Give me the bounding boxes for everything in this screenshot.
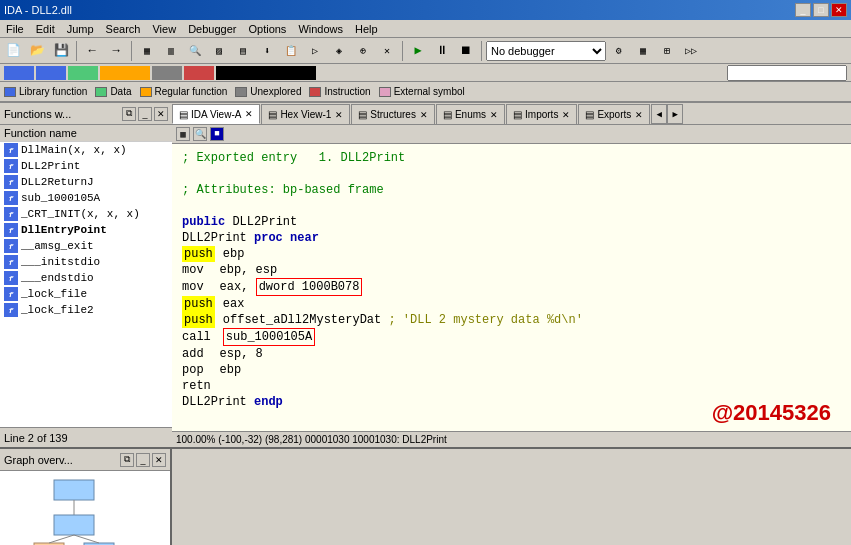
color-instr — [184, 66, 214, 80]
func-item-lock-file[interactable]: f _lock_file — [0, 286, 172, 302]
code-view[interactable]: ; Exported entry 1. DLL2Print ; Attribut… — [172, 144, 851, 431]
menu-jump[interactable]: Jump — [61, 23, 100, 35]
code-proc-keyword: proc near — [254, 230, 319, 246]
code-mov1-mnemonic: mov — [182, 262, 204, 278]
legend-library-label: Library function — [19, 86, 87, 97]
menu-help[interactable]: Help — [349, 23, 384, 35]
functions-list[interactable]: f DllMain(x, x, x) f DLL2Print f DLL2Ret… — [0, 142, 172, 427]
code-retn-mnemonic: retn — [182, 378, 211, 394]
legend-regular: Regular function — [140, 86, 228, 97]
func-item-dll2returnj[interactable]: f DLL2ReturnJ — [0, 174, 172, 190]
functions-close-button[interactable]: ✕ — [154, 107, 168, 121]
graph-float-button[interactable]: ⧉ — [120, 453, 134, 467]
btn5[interactable]: 🔍 — [184, 40, 206, 62]
btn3[interactable]: ▦ — [136, 40, 158, 62]
func-name-lock-file2: _lock_file2 — [21, 304, 94, 316]
tab-structures-label: Structures — [370, 109, 416, 120]
graph-svg — [4, 475, 144, 545]
tabs-nav-right[interactable]: ▶ — [667, 104, 683, 124]
tab-imports-close[interactable]: ✕ — [562, 110, 570, 120]
code-mov-ebp-esp: mov ebp, esp — [182, 262, 841, 278]
graph-close-button[interactable]: ✕ — [152, 453, 166, 467]
debugger-btn3[interactable]: ⊞ — [656, 40, 678, 62]
func-name-dll2print: DLL2Print — [21, 160, 80, 172]
debugger-btn4[interactable]: ▷▷ — [680, 40, 702, 62]
tab-ida-view-close[interactable]: ✕ — [245, 109, 253, 119]
tab-exports-close[interactable]: ✕ — [635, 110, 643, 120]
code-toolbar-btn1[interactable]: ▦ — [176, 127, 190, 141]
code-endp-name: DLL2Print — [182, 394, 254, 410]
func-item-amsg-exit[interactable]: f __amsg_exit — [0, 238, 172, 254]
menu-file[interactable]: File — [0, 23, 30, 35]
debugger-btn1[interactable]: ⚙ — [608, 40, 630, 62]
new-button[interactable]: 📄 — [2, 40, 24, 62]
code-pop-op: ebp — [220, 362, 242, 378]
btn10[interactable]: ▷ — [304, 40, 326, 62]
play-button[interactable]: ▶ — [407, 40, 429, 62]
pause-button[interactable]: ⏸ — [431, 40, 453, 62]
legend-regular-icon — [140, 87, 152, 97]
close-button[interactable]: ✕ — [831, 3, 847, 17]
btn13[interactable]: ✕ — [376, 40, 398, 62]
debugger-btn2[interactable]: ▦ — [632, 40, 654, 62]
toolbar-sep-1 — [76, 41, 77, 61]
func-icon-dllmain: f — [4, 143, 18, 157]
tab-exports[interactable]: ▤ Exports ✕ — [578, 104, 650, 124]
tab-imports[interactable]: ▤ Imports ✕ — [506, 104, 577, 124]
code-push-offset: push offset_aDll2MysteryDat ; 'DLL 2 mys… — [182, 312, 841, 328]
tab-hex-view[interactable]: ▤ Hex View-1 ✕ — [261, 104, 350, 124]
code-toolbar-btn3[interactable]: ■ — [210, 127, 224, 141]
func-item-dll2print[interactable]: f DLL2Print — [0, 158, 172, 174]
btn4[interactable]: ▥ — [160, 40, 182, 62]
save-button[interactable]: 💾 — [50, 40, 72, 62]
btn12[interactable]: ⊕ — [352, 40, 374, 62]
menu-debugger[interactable]: Debugger — [182, 23, 242, 35]
svg-line-6 — [74, 535, 99, 543]
func-item-endstdio[interactable]: f ___endstdio — [0, 270, 172, 286]
menu-edit[interactable]: Edit — [30, 23, 61, 35]
window-title-text: IDA - DLL2.dll — [4, 4, 72, 16]
func-item-sub1000105a[interactable]: f sub_1000105A — [0, 190, 172, 206]
color-unexplored — [152, 66, 182, 80]
svg-rect-2 — [54, 515, 94, 535]
func-icon-lock-file: f — [4, 287, 18, 301]
menu-options[interactable]: Options — [242, 23, 292, 35]
code-comment-attr: ; Attributes: bp-based frame — [182, 182, 841, 198]
btn7[interactable]: ▤ — [232, 40, 254, 62]
code-mov1-ops: ebp, esp — [220, 262, 278, 278]
btn8[interactable]: ⬇ — [256, 40, 278, 62]
fwd-button[interactable]: → — [105, 40, 127, 62]
func-item-crt-init[interactable]: f _CRT_INIT(x, x, x) — [0, 206, 172, 222]
btn11[interactable]: ◈ — [328, 40, 350, 62]
func-item-dllentrypoint[interactable]: f DllEntryPoint — [0, 222, 172, 238]
debugger-select[interactable]: No debugger — [486, 41, 606, 61]
menu-view[interactable]: View — [146, 23, 182, 35]
code-endp-keyword: endp — [254, 394, 283, 410]
address-input[interactable] — [727, 65, 847, 81]
tab-ida-view[interactable]: ▤ IDA View-A ✕ — [172, 104, 260, 124]
maximize-button[interactable]: □ — [813, 3, 829, 17]
tab-enums-close[interactable]: ✕ — [490, 110, 498, 120]
tab-enums[interactable]: ▤ Enums ✕ — [436, 104, 505, 124]
tabs-nav-left[interactable]: ◀ — [651, 104, 667, 124]
code-container: ▦ 🔍 ■ ; Exported entry 1. DLL2Print ; At… — [172, 125, 851, 447]
code-toolbar-btn2[interactable]: 🔍 — [193, 127, 207, 141]
minimize-button[interactable]: _ — [795, 3, 811, 17]
functions-panel: Functions w... ⧉ _ ✕ Function name f Dll… — [0, 103, 172, 447]
func-item-initstdio[interactable]: f ___initstdio — [0, 254, 172, 270]
functions-float-button[interactable]: ⧉ — [122, 107, 136, 121]
graph-min-button[interactable]: _ — [136, 453, 150, 467]
menu-windows[interactable]: Windows — [292, 23, 349, 35]
tab-hex-view-close[interactable]: ✕ — [335, 110, 343, 120]
func-item-dllmain[interactable]: f DllMain(x, x, x) — [0, 142, 172, 158]
back-button[interactable]: ← — [81, 40, 103, 62]
open-button[interactable]: 📂 — [26, 40, 48, 62]
btn9[interactable]: 📋 — [280, 40, 302, 62]
stop-button[interactable]: ⏹ — [455, 40, 477, 62]
func-item-lock-file2[interactable]: f _lock_file2 — [0, 302, 172, 318]
tab-structures-close[interactable]: ✕ — [420, 110, 428, 120]
tab-structures[interactable]: ▤ Structures ✕ — [351, 104, 435, 124]
btn6[interactable]: ▨ — [208, 40, 230, 62]
functions-min-button[interactable]: _ — [138, 107, 152, 121]
menu-search[interactable]: Search — [100, 23, 147, 35]
